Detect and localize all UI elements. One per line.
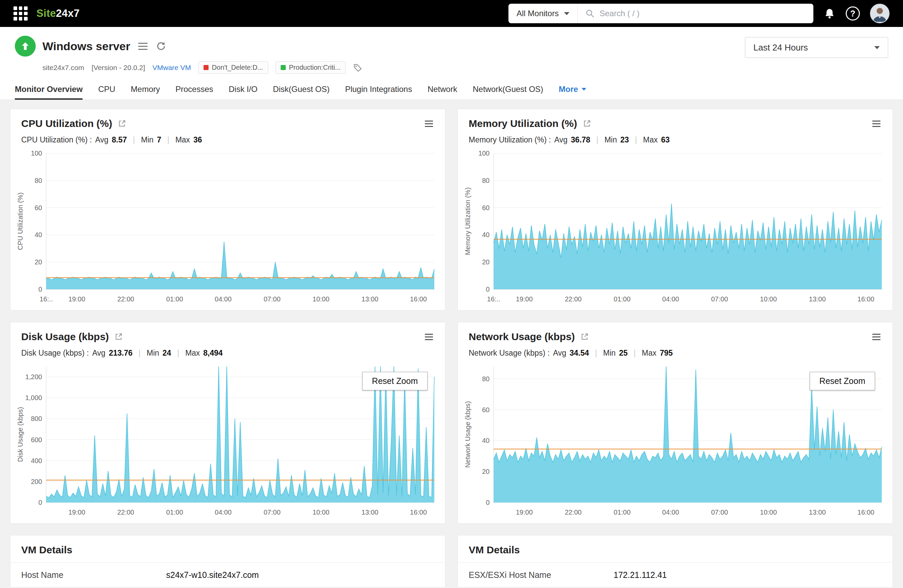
monitor-scope-label: All Monitors — [516, 9, 558, 18]
user-avatar[interactable] — [870, 4, 889, 23]
svg-text:01:00: 01:00 — [614, 508, 631, 516]
svg-text:10:00: 10:00 — [760, 295, 777, 303]
panel-title: Network Usage (kbps) — [469, 331, 575, 342]
tag-chip[interactable]: Production:Criti... — [275, 61, 346, 74]
stat-max-value: 36 — [194, 135, 202, 144]
svg-text:07:00: 07:00 — [711, 295, 728, 303]
tags-icon[interactable] — [353, 63, 363, 72]
network-chart-area: 02040608019:0022:0001:0004:0007:0010:001… — [461, 360, 886, 519]
chart-menu-icon[interactable] — [871, 119, 882, 128]
chart-menu-icon[interactable] — [423, 119, 434, 128]
stat-separator: | — [138, 348, 140, 358]
tab-more[interactable]: More — [558, 80, 586, 100]
svg-text:60: 60 — [35, 204, 42, 212]
stat-avg-value: 36.78 — [571, 135, 590, 144]
disk-chart-area: 02004006008001,0001,20019:0022:0001:0004… — [14, 360, 439, 519]
reset-zoom-button[interactable]: Reset Zoom — [362, 372, 428, 390]
svg-text:13:00: 13:00 — [809, 295, 826, 303]
svg-text:19:00: 19:00 — [516, 295, 533, 303]
help-glyph: ? — [850, 9, 855, 19]
chart-menu-icon[interactable] — [871, 332, 882, 342]
panel-network-usage: Network Usage (kbps) Network Usage (kbps… — [458, 322, 893, 524]
vm-detail-row: Host Name s24x7-w10.site24x7.com — [11, 563, 445, 587]
time-range-dropdown[interactable]: Last 24 Hours — [745, 37, 888, 58]
expand-chart-icon[interactable] — [114, 332, 123, 341]
stat-avg-value: 34.54 — [570, 348, 589, 358]
svg-text:13:00: 13:00 — [809, 508, 826, 516]
page-title: Windows server — [42, 40, 130, 53]
stat-separator: | — [167, 135, 169, 144]
stat-avg-value: 213.76 — [109, 348, 132, 358]
stat-label: Memory Utilization (%) : — [469, 135, 551, 144]
refresh-icon[interactable] — [156, 41, 167, 52]
chart-summary-stats: CPU Utilization (%) : Avg 8.57 | Min 7 |… — [11, 129, 445, 144]
svg-text:10:00: 10:00 — [313, 295, 330, 303]
svg-text:16:00: 16:00 — [410, 508, 427, 516]
svg-text:01:00: 01:00 — [166, 295, 183, 303]
tab-network[interactable]: Network — [428, 80, 457, 100]
tab-memory[interactable]: Memory — [131, 80, 160, 100]
stat-separator: | — [133, 135, 135, 144]
svg-text:400: 400 — [31, 457, 42, 464]
tab-network-guest-os[interactable]: Network(Guest OS) — [473, 80, 543, 100]
svg-text:Memory Utilization (%): Memory Utilization (%) — [464, 187, 471, 255]
svg-text:04:00: 04:00 — [215, 508, 231, 516]
svg-text:16:00: 16:00 — [410, 295, 427, 303]
svg-text:04:00: 04:00 — [662, 295, 679, 303]
chart-menu-icon[interactable] — [423, 332, 434, 342]
stat-separator: | — [596, 135, 598, 144]
tab-disk-io[interactable]: Disk I/O — [229, 80, 257, 100]
monitor-list-icon[interactable] — [137, 41, 149, 51]
tab-processes[interactable]: Processes — [176, 80, 213, 100]
svg-text:80: 80 — [482, 375, 489, 383]
reset-zoom-button[interactable]: Reset Zoom — [810, 372, 875, 390]
stat-min-value: 24 — [162, 348, 171, 358]
monitor-type-link[interactable]: VMware VM — [153, 64, 191, 72]
dashboard-grid: CPU Utilization (%) CPU Utilization (%) … — [0, 100, 903, 588]
panel-cpu-utilization: CPU Utilization (%) CPU Utilization (%) … — [10, 109, 445, 310]
stat-max-value: 795 — [660, 348, 673, 358]
expand-chart-icon[interactable] — [118, 119, 126, 128]
stat-avg-word: Avg — [553, 348, 566, 358]
apps-grid-icon[interactable] — [14, 6, 28, 20]
chevron-down-icon — [582, 88, 586, 91]
tab-plugin-integrations[interactable]: Plugin Integrations — [345, 80, 412, 100]
announcements-bell-icon[interactable] — [823, 8, 835, 20]
search-box — [578, 9, 813, 18]
expand-chart-icon[interactable] — [582, 119, 592, 128]
svg-text:16:00: 16:00 — [857, 295, 875, 303]
vm-detail-row: ESX/ESXi Host Name 172.21.112.41 — [458, 563, 892, 587]
svg-text:80: 80 — [482, 177, 489, 184]
stat-label: Disk Usage (kbps) : — [21, 348, 89, 358]
svg-text:13:00: 13:00 — [362, 295, 378, 303]
monitor-scope-dropdown[interactable]: All Monitors — [508, 4, 578, 23]
tag-chip[interactable]: Don't_Delete:D... — [198, 61, 268, 74]
logo-text-white: 24x7 — [56, 8, 80, 19]
chart-summary-stats: Network Usage (kbps) : Avg 34.54 | Min 2… — [458, 342, 892, 358]
svg-text:19:00: 19:00 — [68, 508, 85, 516]
memory-chart-area: 02040608010016:..19:0022:0001:0004:0007:… — [461, 147, 886, 306]
expand-chart-icon[interactable] — [580, 332, 589, 341]
stat-max-word: Max — [185, 348, 200, 358]
chart-summary-stats: Disk Usage (kbps) : Avg 213.76 | Min 24 … — [11, 342, 445, 358]
cpu-utilization-chart[interactable]: 02040608010016:..19:0022:0001:0004:0007:… — [14, 147, 439, 306]
svg-text:100: 100 — [31, 149, 42, 157]
svg-text:100: 100 — [478, 149, 489, 157]
svg-text:13:00: 13:00 — [362, 508, 378, 516]
svg-text:07:00: 07:00 — [263, 508, 280, 516]
tab-monitor-overview[interactable]: Monitor Overview — [15, 80, 83, 100]
svg-text:0: 0 — [38, 285, 42, 293]
vm-row-label: Host Name — [21, 570, 166, 580]
search-input[interactable] — [599, 9, 806, 18]
vm-details-title: VM Details — [458, 535, 892, 563]
tag-label: Don't_Delete:D... — [212, 64, 263, 71]
stat-max-word: Max — [175, 135, 190, 144]
svg-text:22:00: 22:00 — [565, 295, 582, 303]
tab-cpu[interactable]: CPU — [98, 80, 115, 100]
site24x7-logo[interactable]: Site24x7 — [36, 8, 80, 20]
memory-utilization-chart[interactable]: 02040608010016:..19:0022:0001:0004:0007:… — [461, 147, 886, 306]
panel-vm-details-guest: VM Details Host Name s24x7-w10.site24x7.… — [10, 535, 445, 588]
tab-disk-guest-os[interactable]: Disk(Guest OS) — [273, 80, 330, 100]
stat-label: Network Usage (kbps) : — [469, 348, 549, 358]
help-icon[interactable]: ? — [846, 6, 860, 20]
